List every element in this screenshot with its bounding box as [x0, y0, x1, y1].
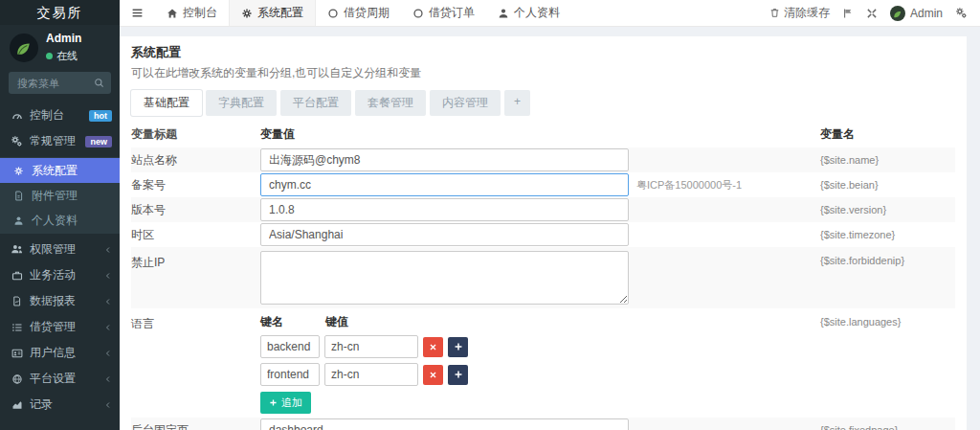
search-icon[interactable] [94, 78, 104, 88]
kv-row [260, 363, 820, 386]
kv-key-header: 键名 [260, 314, 320, 330]
sidebar-item-label: 控制台 [30, 107, 82, 124]
topnav-item-label: 个人资料 [514, 5, 560, 21]
sidebar-item-data-reports[interactable]: 数据报表 [0, 288, 120, 314]
home-icon [167, 8, 178, 19]
x-icon [429, 371, 437, 379]
site-name-input[interactable] [260, 148, 629, 171]
field-label: 版本号 [131, 202, 260, 218]
topnav-item-label: 系统配置 [257, 5, 303, 21]
chevron-left-icon [104, 375, 112, 383]
fullscreen-toggle-button[interactable] [866, 8, 878, 19]
config-table: 变量标题 变量值 变量名 站点名称 {$site.name} 备案号 粤ICP备… [131, 122, 955, 430]
settings-cogs-button[interactable] [955, 7, 968, 19]
language-key-input[interactable] [260, 335, 320, 358]
tab-dictionary-config[interactable]: 字典配置 [206, 90, 277, 116]
table-row: 后台固定页 {$site.fixedpage} [131, 418, 955, 430]
sidebar-item-loan-management[interactable]: 借贷管理 [0, 314, 120, 340]
timezone-input[interactable] [260, 223, 629, 246]
kv-header-row: 键名 键值 [260, 312, 820, 330]
sidebar-item-system-config[interactable]: 系统配置 [0, 158, 120, 183]
sidebar-menu: 控制台 hot 常规管理 new 系统配置 附件管理 个人资料 权限管理 [0, 102, 120, 418]
user-status: 在线 [46, 49, 81, 63]
sidebar-item-profile[interactable]: 个人资料 [0, 208, 120, 233]
tab-platform-config[interactable]: 平台配置 [280, 90, 351, 116]
tab-content-management[interactable]: 内容管理 [430, 90, 501, 116]
users-icon [11, 243, 23, 256]
table-row: 版本号 {$site.version} [131, 197, 955, 222]
new-badge: new [85, 136, 112, 147]
language-flag-button[interactable] [842, 8, 854, 19]
topnav-item-system-config[interactable]: 系统配置 [229, 0, 316, 26]
user-status-label: 在线 [56, 49, 78, 63]
page-subtitle: 可以在此增改系统的变量和分组,也可以自定义分组和变量 [131, 65, 955, 81]
clear-cache-button[interactable]: 清除缓存 [769, 5, 830, 21]
variable-name: {$site.languages} [820, 312, 955, 328]
sidebar-item-label: 附件管理 [32, 188, 108, 204]
hot-badge: hot [89, 110, 112, 122]
variable-name: {$site.beian} [820, 179, 955, 191]
append-button[interactable]: 追加 [260, 392, 311, 414]
sidebar-item-label: 业务活动 [30, 267, 98, 283]
file-icon [12, 191, 25, 201]
gear-icon [12, 166, 25, 176]
language-value-input[interactable] [324, 335, 418, 358]
chevron-left-icon [104, 350, 112, 357]
field-label: 后台固定页 [131, 422, 260, 430]
topnav-item-loan-cycle[interactable]: 借贷周期 [316, 0, 401, 26]
add-row-button[interactable] [448, 365, 468, 385]
search-input[interactable] [15, 77, 94, 90]
topnav-item-loan-orders[interactable]: 借贷订单 [401, 0, 486, 26]
kv-value-header: 键值 [325, 314, 348, 330]
sidebar-item-label: 常规管理 [30, 133, 78, 149]
tab-package-management[interactable]: 套餐管理 [355, 90, 426, 116]
sidebar-item-user-info[interactable]: 用户信息 [0, 340, 120, 366]
sidebar-item-platform-settings[interactable]: 平台设置 [0, 366, 120, 392]
topnav-user-menu[interactable]: Admin [890, 6, 943, 21]
remove-row-button[interactable] [423, 365, 443, 385]
tab-add[interactable]: + [504, 90, 530, 116]
table-row: 站点名称 {$site.name} [131, 147, 955, 172]
sidebar-toggle-button[interactable] [120, 0, 155, 26]
plus-icon [269, 398, 278, 407]
beian-input[interactable] [260, 173, 629, 196]
x-icon [429, 343, 437, 351]
user-name: Admin [46, 33, 81, 45]
language-key-input[interactable] [260, 363, 320, 386]
area-chart-icon [11, 399, 23, 411]
forbidden-ip-textarea[interactable] [260, 251, 629, 305]
append-button-label: 追加 [281, 396, 302, 410]
field-label: 站点名称 [131, 152, 260, 169]
sidebar-item-attachments[interactable]: 附件管理 [0, 183, 120, 208]
column-header: 变量值 [260, 126, 820, 143]
sidebar-item-business-activity[interactable]: 业务活动 [0, 262, 120, 288]
fixed-page-input[interactable] [260, 419, 629, 430]
sidebar-item-general-management[interactable]: 常规管理 new [0, 128, 120, 154]
sidebar-item-dashboard[interactable]: 控制台 hot [0, 102, 120, 128]
remove-row-button[interactable] [423, 337, 443, 357]
version-input[interactable] [260, 198, 629, 221]
add-row-button[interactable] [448, 337, 468, 357]
sidebar-item-permissions[interactable]: 权限管理 [0, 237, 120, 262]
topnav-item-label: 控制台 [183, 5, 217, 21]
topnav-item-label: 借贷订单 [429, 5, 475, 21]
variable-name: {$site.version} [820, 204, 955, 215]
language-value-input[interactable] [324, 363, 418, 386]
sidebar-item-label: 用户信息 [30, 345, 98, 361]
online-dot-icon [46, 53, 53, 59]
config-tabs: 基础配置 字典配置 平台配置 套餐管理 内容管理 + [131, 90, 955, 116]
gauge-icon [11, 110, 23, 122]
sidebar-item-label: 记录 [30, 396, 98, 413]
avatar [10, 34, 38, 62]
topnav-item-dashboard[interactable]: 控制台 [155, 0, 229, 26]
sidebar-item-label: 数据报表 [30, 293, 98, 309]
cogs-icon [955, 7, 968, 19]
brand-title: 交易所 [0, 0, 120, 25]
avatar [890, 6, 905, 21]
user-icon [12, 215, 25, 226]
topnav-item-profile[interactable]: 个人资料 [486, 0, 571, 26]
tab-basic-config[interactable]: 基础配置 [131, 90, 202, 116]
config-panel: 系统配置 可以在此增改系统的变量和分组,也可以自定义分组和变量 基础配置 字典配… [120, 36, 967, 430]
table-header-row: 变量标题 变量值 变量名 [131, 122, 955, 147]
sidebar-item-records[interactable]: 记录 [0, 392, 120, 418]
